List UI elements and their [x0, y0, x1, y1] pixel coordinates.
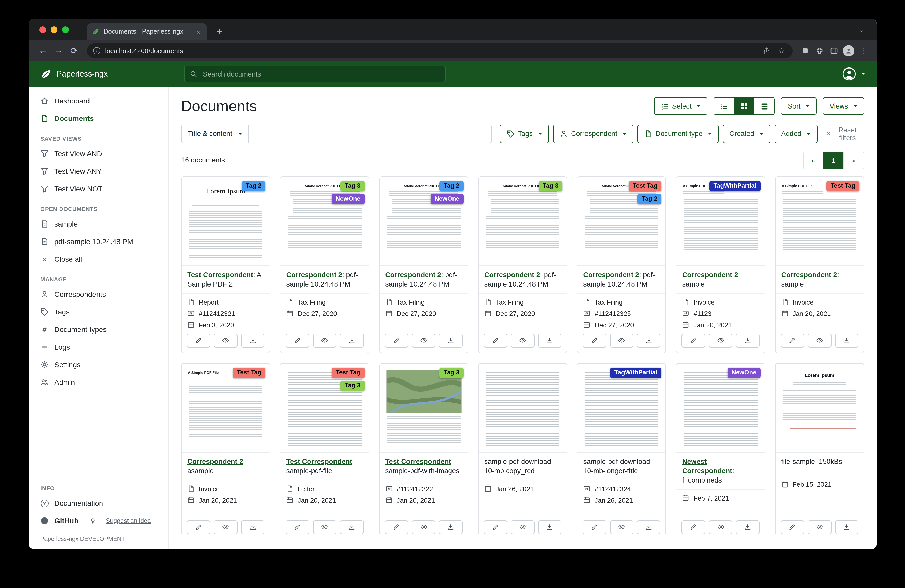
view-button[interactable]	[709, 334, 732, 347]
tag-badge[interactable]: Test Tag	[233, 368, 265, 378]
correspondent-link[interactable]: Correspondent 2	[385, 271, 441, 279]
tab-search-chevron-icon[interactable]: ⌄	[855, 25, 867, 34]
download-button[interactable]	[736, 334, 760, 347]
document-thumbnail[interactable]: Tag 3	[379, 364, 468, 453]
browser-tab[interactable]: Documents - Paperless-ngx ×	[87, 23, 207, 40]
document-thumbnail[interactable]: A Simple PDF File Test Tag	[775, 177, 864, 266]
download-button[interactable]	[241, 520, 265, 534]
correspondent-link[interactable]: Correspondent 2	[682, 271, 738, 279]
search-input[interactable]	[202, 70, 440, 78]
correspondent-link[interactable]: Correspondent 2	[781, 271, 837, 279]
edit-button[interactable]	[385, 334, 408, 347]
side-panel-icon[interactable]	[827, 46, 841, 55]
sidebar-item-dashboard[interactable]: Dashboard	[29, 92, 168, 109]
tag-badge[interactable]: NewOne	[332, 194, 365, 204]
correspondent-filter-button[interactable]: Correspondent	[553, 125, 634, 143]
site-info-icon[interactable]: i	[93, 47, 100, 54]
sidebar-close-all[interactable]: × Close all	[29, 250, 168, 268]
document-thumbnail[interactable]: Adobe Acrobat PDF Files Tag 2NewOne	[379, 177, 468, 266]
edit-button[interactable]	[781, 520, 804, 534]
sidebar-item-logs[interactable]: Logs	[29, 338, 168, 356]
edit-button[interactable]	[385, 520, 408, 534]
document-card[interactable]: Tag 3 Test Correspondent: sample-pdf-wit…	[379, 363, 468, 534]
download-button[interactable]	[439, 334, 463, 347]
tag-badge[interactable]: Tag 2	[440, 181, 464, 191]
document-thumbnail[interactable]: Lorem Ipsum Tag 2	[182, 177, 270, 266]
download-button[interactable]	[538, 520, 561, 534]
document-card[interactable]: Adobe Acrobat PDF Files Tag 2NewOne Corr…	[379, 176, 468, 353]
view-button[interactable]	[610, 334, 634, 347]
reload-icon[interactable]: ⟳	[66, 45, 82, 56]
download-button[interactable]	[340, 334, 364, 347]
grid-view-button[interactable]	[734, 97, 755, 115]
document-card[interactable]: Test TagTag 3 Test Correspondent: sample…	[280, 363, 370, 534]
share-icon[interactable]	[761, 47, 772, 55]
view-button[interactable]	[610, 520, 634, 534]
correspondent-link[interactable]: Newest Correspondent	[682, 458, 732, 475]
created-filter-button[interactable]: Created	[722, 125, 770, 143]
document-card[interactable]: Adobe Acrobat PDF Files Tag 3 Correspond…	[478, 176, 567, 353]
document-card[interactable]: A Simple PDF File Test Tag Correspondent…	[181, 363, 270, 534]
sidebar-open-doc-sample[interactable]: sample	[29, 215, 168, 233]
correspondent-link[interactable]: Correspondent 2	[286, 271, 342, 279]
view-button[interactable]	[511, 334, 535, 347]
tag-badge[interactable]: Tag 2	[241, 181, 266, 191]
tag-badge[interactable]: Tag 3	[538, 181, 562, 191]
edit-button[interactable]	[187, 334, 210, 347]
document-thumbnail[interactable]: Adobe Acrobat PDF Files Tag 3	[479, 177, 567, 266]
zoom-window-button[interactable]	[62, 26, 69, 33]
tag-badge[interactable]: TagWithPartial	[709, 181, 761, 191]
address-bar[interactable]: i localhost:4200/documents ☆	[87, 43, 793, 58]
document-card[interactable]: A Simple PDF File TagWithPartial Corresp…	[676, 176, 765, 353]
browser-menu-kebab-icon[interactable]: ⋮	[856, 46, 870, 55]
detail-view-button[interactable]	[754, 97, 775, 115]
tag-badge[interactable]: Tag 3	[340, 181, 365, 191]
next-page-button[interactable]: »	[843, 152, 864, 169]
bookmark-star-icon[interactable]: ☆	[776, 46, 786, 55]
tag-badge[interactable]: TagWithPartial	[610, 368, 662, 378]
sidebar-item-correspondents[interactable]: Correspondents	[29, 285, 168, 303]
edit-button[interactable]	[286, 520, 310, 534]
sidebar-item-documentation[interactable]: ? Documentation	[29, 494, 168, 512]
tag-badge[interactable]: Test Tag	[827, 181, 859, 191]
document-thumbnail[interactable]: TagWithPartial	[578, 364, 666, 453]
document-card[interactable]: NewOne Newest Correspondent: f_combineds…	[676, 363, 765, 534]
tag-badge[interactable]: NewOne	[430, 194, 464, 204]
forward-icon[interactable]: →	[51, 46, 66, 56]
correspondent-link[interactable]: Test Correspondent	[385, 458, 451, 466]
view-button[interactable]	[313, 334, 337, 347]
sidebar-open-doc-pdf-sample[interactable]: pdf-sample 10.24.48 PM	[29, 233, 168, 250]
document-thumbnail[interactable]: A Simple PDF File TagWithPartial	[676, 177, 765, 266]
view-button[interactable]	[412, 334, 435, 347]
download-button[interactable]	[736, 520, 760, 534]
correspondent-link[interactable]: Correspondent 2	[484, 271, 540, 279]
sidebar-item-document-types[interactable]: # Document types	[29, 321, 168, 338]
download-button[interactable]	[637, 520, 660, 534]
browser-profile-avatar[interactable]	[841, 45, 856, 56]
sidebar-item-settings[interactable]: Settings	[29, 356, 168, 373]
document-card[interactable]: sample-pdf-download-10-mb copy_red Jan 2…	[478, 363, 567, 534]
sidebar-item-tags[interactable]: Tags	[29, 303, 168, 321]
select-button[interactable]: Select	[654, 97, 708, 115]
back-icon[interactable]: ←	[35, 46, 51, 56]
download-button[interactable]	[835, 334, 859, 347]
view-button[interactable]	[808, 334, 831, 347]
view-button[interactable]	[214, 334, 238, 347]
document-card[interactable]: Adobe Acrobat PDF Files Tag 3NewOne Corr…	[280, 176, 370, 353]
edit-button[interactable]	[682, 334, 705, 347]
document-card[interactable]: Adobe Acrobat PDF Files Test TagTag 2 Co…	[577, 176, 666, 353]
sidebar-item-test-view-not[interactable]: Test View NOT	[29, 180, 168, 198]
tag-badge[interactable]: Test Tag	[629, 181, 662, 191]
view-button[interactable]	[313, 520, 337, 534]
puzzle-extensions-icon[interactable]	[812, 46, 827, 55]
view-button[interactable]	[709, 520, 732, 534]
tags-filter-button[interactable]: Tags	[500, 125, 549, 143]
view-button[interactable]	[214, 520, 238, 534]
url-text[interactable]: localhost:4200/documents	[105, 47, 756, 55]
download-button[interactable]	[241, 334, 265, 347]
view-button[interactable]	[511, 520, 535, 534]
edit-button[interactable]	[187, 520, 210, 534]
view-button[interactable]	[412, 520, 435, 534]
document-type-filter-button[interactable]: Document type	[637, 125, 719, 143]
page-1-button[interactable]: 1	[823, 152, 844, 169]
